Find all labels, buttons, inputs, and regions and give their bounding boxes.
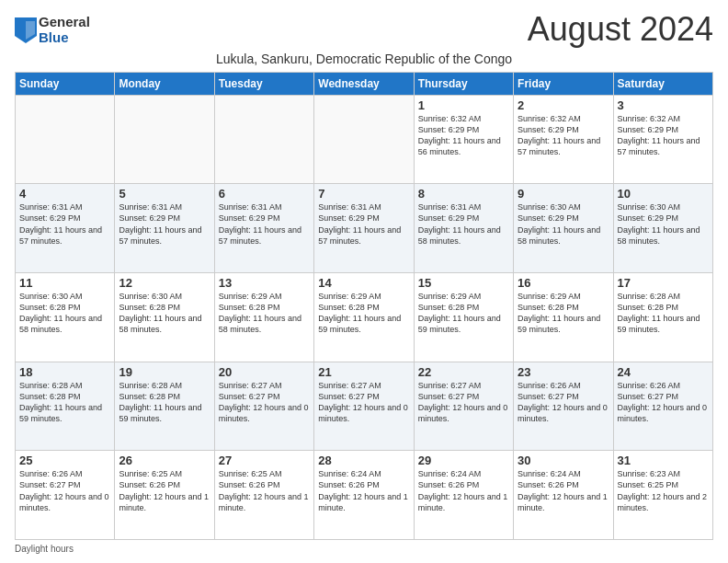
day-number: 9 (518, 187, 609, 201)
col-thursday: Thursday (414, 72, 513, 95)
day-info: Sunrise: 6:29 AM Sunset: 6:28 PM Dayligh… (318, 291, 409, 336)
calendar-cell: 23Sunrise: 6:26 AM Sunset: 6:27 PM Dayli… (514, 362, 613, 451)
calendar-cell: 14Sunrise: 6:29 AM Sunset: 6:28 PM Dayli… (314, 272, 414, 362)
day-info: Sunrise: 6:30 AM Sunset: 6:28 PM Dayligh… (119, 291, 210, 336)
logo-blue-text: Blue (39, 30, 90, 46)
calendar-cell: 19Sunrise: 6:28 AM Sunset: 6:28 PM Dayli… (115, 362, 214, 451)
header: General Blue August 2024 (15, 11, 713, 48)
day-info: Sunrise: 6:25 AM Sunset: 6:26 PM Dayligh… (219, 468, 310, 513)
day-info: Sunrise: 6:27 AM Sunset: 6:27 PM Dayligh… (318, 380, 409, 425)
subtitle: Lukula, Sankuru, Democratic Republic of … (15, 52, 713, 66)
calendar-cell: 9Sunrise: 6:30 AM Sunset: 6:29 PM Daylig… (514, 184, 613, 273)
day-number: 22 (418, 365, 509, 379)
calendar-cell: 29Sunrise: 6:24 AM Sunset: 6:26 PM Dayli… (414, 451, 513, 540)
day-info: Sunrise: 6:32 AM Sunset: 6:29 PM Dayligh… (618, 113, 709, 158)
day-number: 23 (518, 365, 609, 379)
calendar-week-row-2: 4Sunrise: 6:31 AM Sunset: 6:29 PM Daylig… (16, 184, 713, 273)
col-monday: Monday (115, 72, 214, 95)
calendar-cell: 4Sunrise: 6:31 AM Sunset: 6:29 PM Daylig… (16, 184, 115, 273)
day-info: Sunrise: 6:31 AM Sunset: 6:29 PM Dayligh… (418, 201, 509, 247)
calendar-cell: 28Sunrise: 6:24 AM Sunset: 6:26 PM Dayli… (314, 451, 414, 540)
day-number: 28 (318, 454, 409, 467)
day-number: 25 (19, 454, 110, 467)
title-block: August 2024 (528, 11, 713, 48)
day-number: 26 (119, 454, 210, 467)
day-info: Sunrise: 6:28 AM Sunset: 6:28 PM Dayligh… (19, 380, 110, 425)
calendar-cell: 10Sunrise: 6:30 AM Sunset: 6:29 PM Dayli… (613, 184, 712, 273)
calendar-cell: 20Sunrise: 6:27 AM Sunset: 6:27 PM Dayli… (214, 362, 313, 451)
day-info: Sunrise: 6:27 AM Sunset: 6:27 PM Dayligh… (219, 380, 310, 425)
calendar-cell: 11Sunrise: 6:30 AM Sunset: 6:28 PM Dayli… (16, 272, 115, 362)
day-info: Sunrise: 6:29 AM Sunset: 6:28 PM Dayligh… (418, 291, 509, 336)
day-number: 31 (618, 454, 709, 467)
calendar-cell: 24Sunrise: 6:26 AM Sunset: 6:27 PM Dayli… (613, 362, 712, 451)
calendar-cell: 31Sunrise: 6:23 AM Sunset: 6:25 PM Dayli… (613, 451, 712, 540)
day-info: Sunrise: 6:30 AM Sunset: 6:28 PM Dayligh… (19, 291, 110, 336)
calendar-cell (314, 95, 414, 184)
day-info: Sunrise: 6:31 AM Sunset: 6:29 PM Dayligh… (318, 201, 409, 247)
col-sunday: Sunday (16, 72, 115, 95)
logo-general-text: General (39, 15, 90, 30)
calendar-cell: 21Sunrise: 6:27 AM Sunset: 6:27 PM Dayli… (314, 362, 414, 451)
day-info: Sunrise: 6:28 AM Sunset: 6:28 PM Dayligh… (618, 291, 709, 336)
day-info: Sunrise: 6:32 AM Sunset: 6:29 PM Dayligh… (518, 113, 609, 158)
calendar-cell: 13Sunrise: 6:29 AM Sunset: 6:28 PM Dayli… (214, 272, 313, 362)
day-number: 4 (19, 187, 110, 201)
day-info: Sunrise: 6:28 AM Sunset: 6:28 PM Dayligh… (119, 380, 210, 425)
logo-icon (15, 17, 37, 43)
calendar-cell: 3Sunrise: 6:32 AM Sunset: 6:29 PM Daylig… (613, 95, 712, 184)
calendar-cell: 2Sunrise: 6:32 AM Sunset: 6:29 PM Daylig… (514, 95, 613, 184)
day-number: 24 (618, 365, 709, 379)
calendar-cell: 27Sunrise: 6:25 AM Sunset: 6:26 PM Dayli… (214, 451, 313, 540)
calendar-cell: 17Sunrise: 6:28 AM Sunset: 6:28 PM Dayli… (613, 272, 712, 362)
day-info: Sunrise: 6:26 AM Sunset: 6:27 PM Dayligh… (19, 468, 110, 513)
calendar-week-row-3: 11Sunrise: 6:30 AM Sunset: 6:28 PM Dayli… (16, 272, 713, 362)
logo-text: General Blue (39, 15, 90, 45)
day-number: 10 (618, 187, 709, 201)
day-number: 20 (219, 365, 310, 379)
day-number: 15 (418, 276, 509, 290)
day-info: Sunrise: 6:26 AM Sunset: 6:27 PM Dayligh… (618, 380, 709, 425)
day-number: 13 (219, 276, 310, 290)
calendar-cell: 18Sunrise: 6:28 AM Sunset: 6:28 PM Dayli… (16, 362, 115, 451)
day-number: 27 (219, 454, 310, 467)
calendar-cell: 7Sunrise: 6:31 AM Sunset: 6:29 PM Daylig… (314, 184, 414, 273)
logo: General Blue (15, 15, 90, 45)
day-number: 6 (219, 187, 310, 201)
calendar-cell: 30Sunrise: 6:24 AM Sunset: 6:26 PM Dayli… (514, 451, 613, 540)
calendar-cell: 12Sunrise: 6:30 AM Sunset: 6:28 PM Dayli… (115, 272, 214, 362)
day-number: 12 (119, 276, 210, 290)
day-info: Sunrise: 6:31 AM Sunset: 6:29 PM Dayligh… (19, 201, 110, 247)
day-number: 3 (618, 98, 709, 112)
day-info: Sunrise: 6:31 AM Sunset: 6:29 PM Dayligh… (219, 201, 310, 247)
calendar-cell (115, 95, 214, 184)
col-saturday: Saturday (613, 72, 712, 95)
day-info: Sunrise: 6:24 AM Sunset: 6:26 PM Dayligh… (318, 468, 409, 513)
calendar-cell: 26Sunrise: 6:25 AM Sunset: 6:26 PM Dayli… (115, 451, 214, 540)
day-info: Sunrise: 6:23 AM Sunset: 6:25 PM Dayligh… (618, 468, 709, 513)
calendar-cell: 15Sunrise: 6:29 AM Sunset: 6:28 PM Dayli… (414, 272, 513, 362)
day-info: Sunrise: 6:30 AM Sunset: 6:29 PM Dayligh… (518, 201, 609, 247)
day-info: Sunrise: 6:32 AM Sunset: 6:29 PM Dayligh… (418, 113, 509, 158)
calendar-cell (16, 95, 115, 184)
calendar-week-row-5: 25Sunrise: 6:26 AM Sunset: 6:27 PM Dayli… (16, 451, 713, 540)
day-info: Sunrise: 6:27 AM Sunset: 6:27 PM Dayligh… (418, 380, 509, 425)
footer: Daylight hours (15, 544, 713, 554)
col-tuesday: Tuesday (214, 72, 313, 95)
calendar-week-row-4: 18Sunrise: 6:28 AM Sunset: 6:28 PM Dayli… (16, 362, 713, 451)
calendar-cell (214, 95, 313, 184)
day-info: Sunrise: 6:24 AM Sunset: 6:26 PM Dayligh… (418, 468, 509, 513)
calendar-cell: 25Sunrise: 6:26 AM Sunset: 6:27 PM Dayli… (16, 451, 115, 540)
day-info: Sunrise: 6:29 AM Sunset: 6:28 PM Dayligh… (518, 291, 609, 336)
day-number: 19 (119, 365, 210, 379)
day-info: Sunrise: 6:26 AM Sunset: 6:27 PM Dayligh… (518, 380, 609, 425)
calendar-cell: 16Sunrise: 6:29 AM Sunset: 6:28 PM Dayli… (514, 272, 613, 362)
day-info: Sunrise: 6:24 AM Sunset: 6:26 PM Dayligh… (518, 468, 609, 513)
day-info: Sunrise: 6:29 AM Sunset: 6:28 PM Dayligh… (219, 291, 310, 336)
daylight-hours-label: Daylight hours (15, 544, 74, 554)
day-number: 29 (418, 454, 509, 467)
day-number: 11 (19, 276, 110, 290)
calendar-table: Sunday Monday Tuesday Wednesday Thursday… (15, 72, 713, 540)
day-number: 7 (318, 187, 409, 201)
day-number: 8 (418, 187, 509, 201)
